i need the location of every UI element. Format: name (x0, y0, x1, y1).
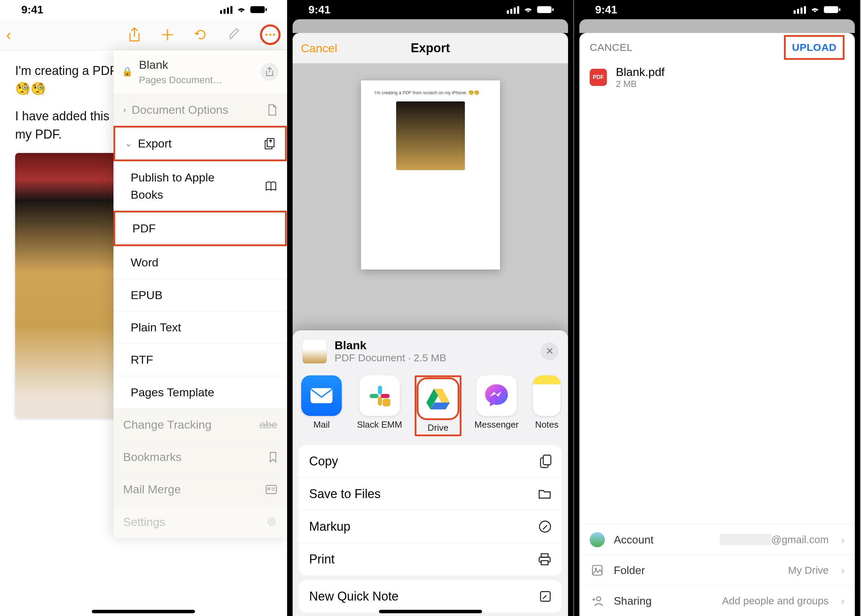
export-rtf-row[interactable]: RTF (113, 343, 287, 376)
export-plain-text-row[interactable]: Plain Text (113, 311, 287, 343)
close-icon[interactable]: ✕ (540, 343, 559, 360)
action-print[interactable]: Print (299, 543, 562, 575)
undo-icon[interactable] (194, 28, 212, 42)
document-icon (268, 104, 277, 116)
svg-rect-2 (227, 8, 229, 14)
print-icon (538, 553, 551, 566)
export-word-row[interactable]: Word (113, 246, 287, 278)
app-notes[interactable]: Notes (532, 376, 562, 436)
status-time: 9:41 (309, 3, 331, 16)
chevron-down-icon: ⌄ (125, 137, 132, 150)
notes-label: Notes (535, 420, 559, 430)
document-options-label: Document Options (132, 101, 229, 118)
share-apps-row[interactable]: Mail Slack EMM Drive (293, 372, 568, 445)
status-bar: 9:41 (574, 0, 860, 19)
publish-apple-books-row[interactable]: Publish to Apple Books (113, 161, 287, 211)
slack-label: Slack EMM (357, 420, 402, 430)
svg-rect-19 (537, 6, 551, 13)
book-icon (265, 181, 277, 192)
share-file-title: Blank (335, 339, 446, 352)
action-save-to-files[interactable]: Save to Files (299, 478, 562, 511)
share-icon[interactable] (128, 27, 146, 42)
share-actions-list: Copy Save to Files Markup (299, 445, 562, 575)
export-label: Export (138, 135, 172, 152)
messenger-label: Messenger (474, 420, 519, 430)
cellular-icon (220, 5, 233, 14)
svg-rect-30 (541, 554, 548, 557)
svg-rect-28 (543, 455, 551, 465)
pdf-preview: I'm creating a PDF from scratch on my iP… (361, 80, 500, 269)
print-label: Print (309, 552, 335, 567)
svg-rect-21 (310, 388, 332, 403)
file-title: Blank (139, 57, 222, 73)
bookmarks-row[interactable]: Bookmarks (113, 441, 287, 473)
svg-rect-5 (266, 8, 267, 11)
export-pdf-row[interactable]: PDF (113, 211, 287, 246)
chevron-right-icon: › (123, 104, 126, 116)
share-circle-icon[interactable] (261, 63, 279, 81)
background-card-peek (293, 19, 568, 33)
home-indicator[interactable] (92, 610, 195, 613)
cancel-button[interactable]: Cancel (301, 42, 337, 55)
background-card-peek (579, 19, 855, 33)
save-label: Save to Files (309, 487, 381, 501)
mail-merge-row[interactable]: Mail Merge (113, 473, 287, 505)
mail-merge-icon (266, 485, 277, 494)
gear-icon (266, 516, 277, 527)
more-options-button[interactable] (260, 24, 280, 45)
battery-icon (537, 5, 554, 14)
svg-point-41 (595, 568, 597, 570)
upload-header: CANCEL UPLOAD (579, 33, 855, 62)
export-pages-template-row[interactable]: Pages Template (113, 376, 287, 409)
account-row[interactable]: Account xxxxxx@gmail.com › (579, 524, 855, 555)
home-indicator[interactable] (379, 610, 482, 613)
export-title: Export (411, 41, 450, 55)
folder-row[interactable]: Folder My Drive › (579, 555, 855, 585)
chevron-right-icon: › (841, 534, 845, 545)
app-mail[interactable]: Mail (299, 376, 344, 436)
pages-template-label: Pages Template (131, 384, 214, 401)
change-tracking-row[interactable]: Change Tracking abc (113, 409, 287, 441)
action-copy[interactable]: Copy (299, 445, 562, 478)
pdf-badge-icon: PDF (590, 69, 607, 86)
action-new-quick-note[interactable]: New Quick Note (299, 580, 562, 613)
share-sheet-header: Blank PDF Document · 2.5 MB ✕ (293, 330, 568, 372)
export-modal: Cancel Export I'm creating a PDF from sc… (293, 33, 568, 616)
plain-text-label: Plain Text (131, 319, 181, 336)
settings-row[interactable]: Settings (113, 506, 287, 538)
drive-upload-modal: CANCEL UPLOAD PDF Blank.pdf 2 MB Account… (579, 33, 855, 616)
bookmark-icon (269, 452, 277, 463)
svg-rect-23 (370, 394, 379, 398)
svg-rect-1 (224, 9, 225, 14)
lock-icon: 🔒 (122, 65, 133, 79)
upload-button[interactable]: UPLOAD (784, 35, 845, 60)
upload-file-item[interactable]: PDF Blank.pdf 2 MB (579, 62, 855, 93)
export-epub-row[interactable]: EPUB (113, 279, 287, 311)
svg-rect-32 (541, 561, 548, 565)
back-chevron-icon[interactable]: ‹ (6, 26, 11, 43)
export-icon (264, 138, 275, 149)
svg-rect-17 (514, 8, 516, 14)
action-markup[interactable]: Markup (299, 511, 562, 543)
sharing-row[interactable]: Sharing Add people and groups › (579, 585, 855, 616)
export-row[interactable]: ⌄ Export (113, 126, 287, 161)
cellular-icon (793, 5, 806, 14)
plus-icon[interactable] (161, 28, 179, 41)
app-drive[interactable]: Drive (415, 376, 461, 436)
document-options-row[interactable]: › Document Options (113, 93, 287, 126)
rtf-label: RTF (131, 351, 153, 368)
battery-icon (250, 5, 268, 14)
mail-merge-label: Mail Merge (123, 481, 181, 498)
folder-label: Folder (614, 564, 645, 577)
status-bar: 9:41 (0, 0, 287, 19)
app-slack[interactable]: Slack EMM (357, 376, 402, 436)
share-thumbnail (302, 339, 327, 364)
notes-app-icon (533, 376, 560, 416)
app-messenger[interactable]: Messenger (474, 376, 519, 436)
brush-icon[interactable] (227, 27, 245, 42)
messenger-app-icon (476, 376, 517, 416)
preview-text: I'm creating a PDF from scratch on my iP… (375, 90, 486, 95)
battery-icon (824, 5, 841, 14)
cancel-button[interactable]: CANCEL (590, 42, 633, 53)
add-person-icon (590, 593, 605, 608)
